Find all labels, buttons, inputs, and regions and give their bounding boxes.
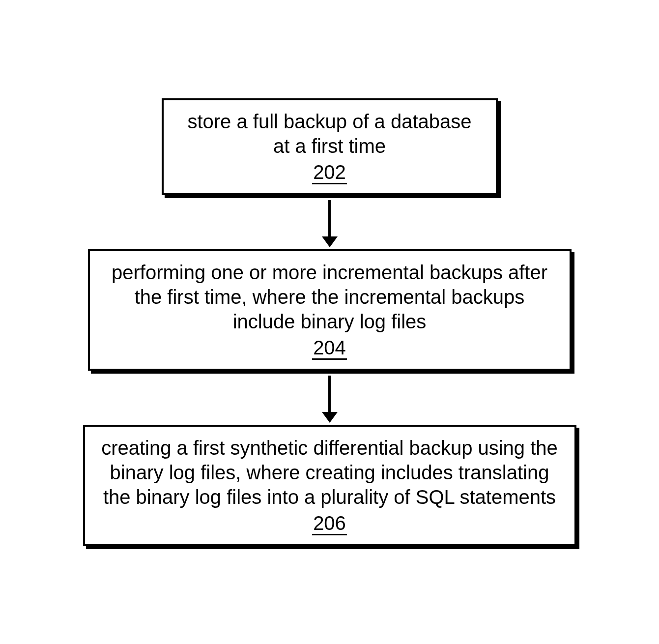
step-3-ref: 206	[312, 512, 347, 535]
flowchart-step-3: creating a first synthetic differential …	[83, 425, 576, 546]
flowchart-step-1: store a full backup of a database at a f…	[162, 98, 498, 195]
step-3-text: creating a first synthetic differential …	[99, 436, 561, 509]
flowchart-step-2: performing one or more incremental backu…	[88, 249, 572, 371]
arrow-head-icon	[322, 412, 338, 423]
step-1-ref: 202	[312, 161, 347, 184]
arrow-1-to-2	[322, 200, 338, 247]
arrow-line	[328, 376, 331, 412]
step-1-text: store a full backup of a database at a f…	[177, 109, 482, 158]
arrow-line	[328, 200, 331, 236]
arrow-2-to-3	[322, 376, 338, 423]
flowchart: store a full backup of a database at a f…	[83, 98, 576, 546]
step-2-text: performing one or more incremental backu…	[104, 260, 556, 334]
step-2-ref: 204	[312, 337, 347, 360]
arrow-head-icon	[322, 236, 338, 247]
